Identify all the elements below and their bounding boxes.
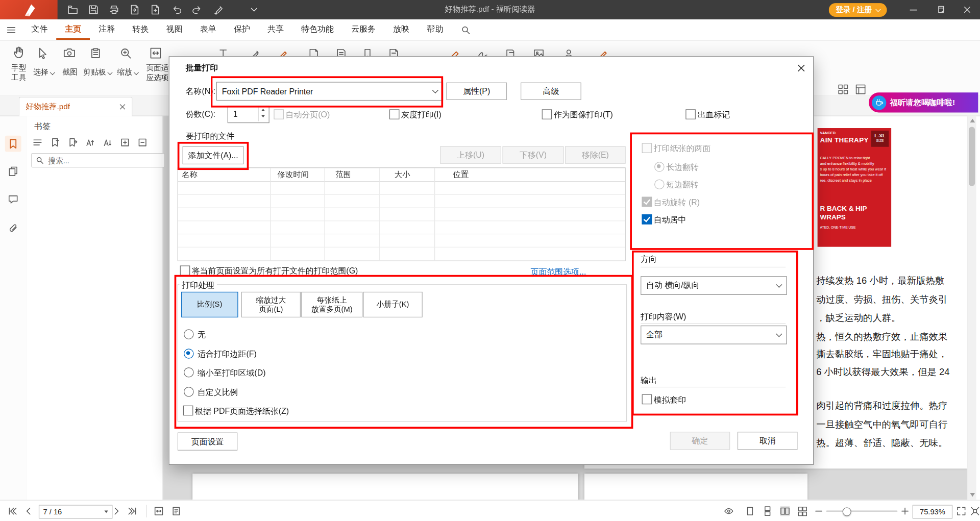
vertical-scrollbar[interactable] (968, 116, 976, 500)
move-down-button[interactable]: 下移(V) (502, 146, 564, 164)
bookmark-search-input[interactable] (47, 155, 143, 165)
fit-printable-margins-radio[interactable] (184, 349, 194, 359)
printer-name-select[interactable]: Foxit PDF Reader Printer (216, 82, 443, 101)
comments-panel-icon[interactable] (8, 194, 19, 205)
snapshot-tool-icon[interactable] (62, 46, 77, 61)
auto-rotate-checkbox[interactable] (642, 197, 652, 207)
mode-booklet-tab[interactable]: 小册子(K) (363, 292, 422, 317)
files-table[interactable]: 名称 修改时间 范围 大小 位置 (178, 167, 626, 261)
column-header-range[interactable]: 范围 (332, 168, 390, 181)
foxit-logo[interactable] (0, 0, 58, 19)
column-header-modified[interactable]: 修改时间 (274, 168, 332, 181)
reduce-to-printable-area-radio[interactable] (184, 367, 194, 378)
scale-none-radio[interactable] (184, 329, 194, 339)
tab-close-icon[interactable] (119, 104, 126, 110)
redo-icon[interactable] (191, 5, 202, 15)
pdf-page[interactable] (192, 474, 578, 500)
remove-button[interactable]: 移除(E) (565, 146, 626, 164)
select-tool-icon[interactable] (36, 46, 51, 61)
add-files-button[interactable]: 添加文件(A)... (183, 146, 244, 165)
collapse-all-icon[interactable] (137, 137, 148, 147)
menu-search-icon[interactable] (452, 19, 479, 40)
stepper-up-icon[interactable] (261, 109, 265, 111)
next-bookmark-icon[interactable] (67, 137, 78, 147)
demote-bookmark-icon[interactable] (103, 137, 113, 147)
copies-stepper[interactable]: 1 (228, 106, 270, 123)
next-page-button[interactable] (111, 506, 121, 516)
column-header-size[interactable]: 大小 (390, 168, 449, 181)
pages-panel-icon[interactable] (8, 165, 19, 177)
cancel-button[interactable]: 取消 (738, 432, 798, 450)
grid-view-icon[interactable] (838, 84, 849, 95)
format-brush-icon[interactable] (212, 5, 223, 15)
hamburger-menu-icon[interactable] (0, 19, 22, 40)
snapshot-tool-label[interactable]: 截图 (58, 67, 83, 77)
collate-checkbox[interactable] (274, 109, 284, 119)
previous-page-button[interactable] (24, 506, 34, 516)
zoom-out-button[interactable] (814, 506, 824, 516)
menu-view[interactable]: 视图 (158, 19, 191, 40)
orientation-select[interactable]: 自动 横向/纵向 (641, 276, 787, 295)
bookmark-list-icon[interactable] (33, 137, 43, 147)
menu-file[interactable]: 文件 (22, 19, 56, 40)
undo-icon[interactable] (172, 5, 183, 15)
fullscreen-icon[interactable] (956, 506, 966, 516)
mode-shrink-oversized-tab[interactable]: 缩放过大 页面(L) (241, 292, 301, 317)
flip-long-edge-radio[interactable] (654, 162, 665, 172)
column-header-name[interactable]: 名称 (178, 168, 274, 181)
scrollbar-thumb[interactable] (969, 127, 975, 186)
attachments-panel-icon[interactable] (8, 223, 19, 234)
menu-help[interactable]: 帮助 (418, 19, 452, 40)
fit-width-icon[interactable] (154, 506, 164, 516)
hand-tool-icon[interactable] (8, 45, 30, 60)
fit-options-label[interactable]: 页面适 应选项 (144, 64, 172, 83)
ok-button[interactable]: 确定 (670, 432, 730, 450)
save-icon[interactable] (88, 5, 99, 15)
page-dropdown-icon[interactable] (104, 510, 108, 513)
fit-visible-icon[interactable] (970, 506, 980, 516)
clipboard-tool-icon[interactable] (89, 46, 104, 61)
document-tab[interactable]: 好物推荐.pdf (19, 97, 133, 116)
print-as-image-checkbox[interactable] (542, 109, 552, 119)
login-button[interactable]: 登录 / 注册 (829, 3, 887, 17)
open-file-icon[interactable] (67, 5, 78, 15)
dialog-close-icon[interactable] (794, 61, 808, 75)
zoom-in-button[interactable] (900, 506, 910, 516)
choose-paper-by-pdf-checkbox[interactable] (183, 406, 193, 416)
expand-all-icon[interactable] (120, 137, 130, 147)
scroll-up-arrow[interactable] (970, 119, 975, 122)
stepper-down-icon[interactable] (261, 115, 265, 117)
facing-view-icon[interactable] (780, 506, 790, 516)
zoom-tool-label[interactable]: 缩放 (114, 67, 141, 77)
duplex-checkbox[interactable] (642, 143, 652, 153)
page-setup-button[interactable]: 页面设置 (178, 432, 238, 451)
column-header-location[interactable]: 位置 (449, 168, 625, 181)
coffee-promo-banner[interactable]: 福昕请您喝咖啡啦! (869, 92, 978, 112)
zoom-slider-handle[interactable] (843, 507, 851, 516)
add-bookmark-icon[interactable] (50, 137, 60, 147)
customize-toolbar-chevron-icon[interactable] (249, 5, 259, 15)
bookmarks-panel-icon[interactable] (8, 138, 19, 150)
menu-home[interactable]: 主页 (56, 19, 90, 40)
print-icon[interactable] (109, 5, 119, 15)
advanced-button[interactable]: 高级 (521, 83, 581, 100)
bookmark-search-box[interactable] (31, 153, 165, 167)
page-range-options-link[interactable]: 页面范围选项... (531, 266, 586, 278)
reading-mode-icon[interactable] (724, 506, 734, 516)
auto-center-checkbox[interactable] (642, 214, 652, 225)
promote-bookmark-icon[interactable] (85, 137, 95, 147)
menu-form[interactable]: 表单 (191, 19, 225, 40)
grayscale-checkbox[interactable] (389, 109, 400, 119)
close-button[interactable] (962, 5, 972, 15)
create-page-icon[interactable] (150, 5, 161, 15)
menu-present[interactable]: 放映 (384, 19, 418, 40)
facing-continuous-view-icon[interactable] (797, 506, 807, 516)
menu-convert[interactable]: 转换 (124, 19, 157, 40)
page-number-box[interactable]: 7 / 16 (39, 505, 112, 518)
fit-page-icon[interactable] (172, 506, 182, 516)
zoom-slider-track[interactable] (826, 510, 898, 511)
bleed-marks-checkbox[interactable] (685, 109, 696, 119)
zoom-level-box[interactable]: 75.93% (913, 505, 952, 518)
properties-button[interactable]: 属性(P) (446, 83, 507, 100)
scroll-down-arrow[interactable] (970, 493, 975, 497)
